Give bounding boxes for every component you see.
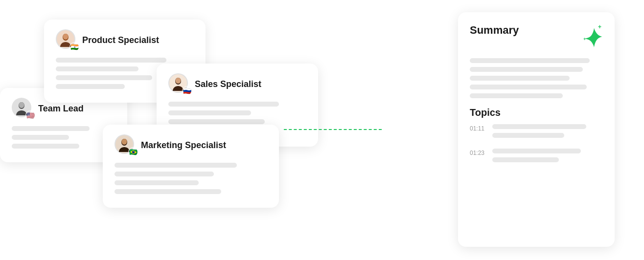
marketing-line-4 <box>115 189 221 194</box>
svg-point-8 <box>176 78 181 84</box>
topic-time-2: 01:23 <box>470 149 487 156</box>
avatar-team: 🇺🇸 <box>12 98 33 119</box>
avatar-marketing: 🇧🇷 <box>115 134 136 156</box>
marketing-line-3 <box>115 180 199 185</box>
card-marketing-header: 🇧🇷 Marketing Specialist <box>115 134 267 156</box>
flag-team: 🇺🇸 <box>25 110 35 120</box>
flag-product: 🇮🇳 <box>69 42 79 52</box>
summary-panel: Summary + + Topics 01:11 <box>458 12 615 247</box>
card-marketing-title: Marketing Specialist <box>141 140 226 151</box>
summary-line-3 <box>470 76 570 81</box>
product-line-4 <box>56 84 125 89</box>
topic2-line-2 <box>492 157 559 162</box>
flag-sales: 🇷🇺 <box>182 86 192 96</box>
topic-lines-1 <box>492 124 603 142</box>
card-product-header: 🇮🇳 Product Specialist <box>56 29 194 51</box>
topic1-line-2 <box>492 133 564 138</box>
sales-line-3 <box>168 119 265 124</box>
product-line-3 <box>56 75 152 80</box>
avatar-sales: 🇷🇺 <box>168 73 190 95</box>
topic1-line-1 <box>492 124 586 129</box>
marketing-line-1 <box>115 163 237 168</box>
card-marketing-specialist[interactable]: 🇧🇷 Marketing Specialist <box>103 125 279 208</box>
svg-point-11 <box>122 139 127 145</box>
marketing-line-2 <box>115 172 214 176</box>
connector-line <box>284 129 382 130</box>
team-line-1 <box>12 126 90 131</box>
flag-marketing: 🇧🇷 <box>128 147 138 157</box>
topic-time-1: 01:11 <box>470 124 487 132</box>
summary-line-1 <box>470 58 590 63</box>
sparkle-icon: + + <box>579 24 603 50</box>
card-team-title: Team Lead <box>38 104 84 114</box>
avatar-product: 🇮🇳 <box>56 29 77 51</box>
summary-line-4 <box>470 85 587 89</box>
svg-point-2 <box>63 34 69 40</box>
summary-line-2 <box>470 67 583 72</box>
card-sales-title: Sales Specialist <box>195 79 261 89</box>
topic-row-2: 01:23 <box>470 149 603 166</box>
sales-line-2 <box>168 110 251 115</box>
team-line-2 <box>12 135 69 140</box>
team-line-3 <box>12 144 79 149</box>
topic-row-1: 01:11 <box>470 124 603 142</box>
topic2-line-1 <box>492 149 581 153</box>
topics-title: Topics <box>470 107 603 118</box>
card-product-title: Product Specialist <box>82 35 159 45</box>
summary-title: Summary <box>470 24 519 37</box>
summary-line-5 <box>470 93 563 98</box>
main-scene: 🇮🇳 Product Specialist 🇺🇸 <box>0 0 644 260</box>
svg-text:+: + <box>598 24 601 30</box>
svg-text:+: + <box>583 37 586 42</box>
svg-point-5 <box>19 102 24 108</box>
product-line-2 <box>56 66 138 71</box>
sales-line-1 <box>168 102 279 107</box>
topic-lines-2 <box>492 149 603 166</box>
card-sales-header: 🇷🇺 Sales Specialist <box>168 73 306 95</box>
product-line-1 <box>56 58 166 63</box>
summary-header: Summary + + <box>470 24 603 50</box>
